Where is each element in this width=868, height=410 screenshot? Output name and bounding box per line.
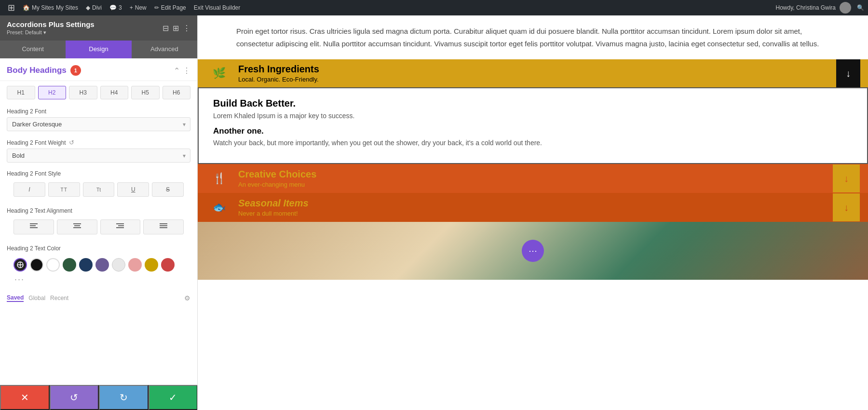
section-collapse-icon[interactable]: ⌃: [174, 66, 180, 75]
admin-bar-wp[interactable]: ⊞: [4, 0, 19, 15]
align-left-button[interactable]: [14, 219, 54, 234]
accordion-seasonal-subtitle: Never a dull moment!: [238, 210, 832, 217]
section-more-icon[interactable]: ⋮: [183, 66, 190, 75]
panel-icon-copy[interactable]: ⊟: [163, 24, 169, 33]
comment-icon: 💬: [109, 4, 117, 11]
panel-header: Accordions Plus Settings Preset: Default…: [0, 15, 197, 41]
white-swatch[interactable]: [46, 258, 60, 272]
wp-icon: ⊞: [8, 2, 15, 13]
action-bar: ✕ ↺ ↻ ✓: [0, 385, 198, 410]
align-center-button[interactable]: [57, 219, 97, 234]
panel-title: Accordions Plus Settings: [7, 20, 95, 28]
saved-label[interactable]: Saved: [7, 294, 24, 302]
font-style-group: Heading 2 Font Style I TT Tt U S: [0, 166, 197, 204]
h5-button[interactable]: H5: [131, 86, 160, 99]
accordion-fresh-toggle[interactable]: ↓: [836, 59, 860, 87]
bottom-image: ⋯: [198, 222, 868, 280]
admin-bar-new[interactable]: + New: [126, 0, 150, 15]
align-buttons-row: [7, 217, 190, 237]
h1-button[interactable]: H1: [7, 86, 35, 99]
style-underline-button[interactable]: U: [117, 182, 149, 197]
font-weight-select[interactable]: Bold: [7, 149, 190, 163]
black-swatch[interactable]: [30, 258, 43, 272]
save-button[interactable]: ✓: [149, 385, 198, 410]
svg-rect-14: [160, 227, 167, 228]
admin-search-icon[interactable]: 🔍: [857, 4, 864, 11]
cancel-button[interactable]: ✕: [0, 385, 50, 410]
h2-button[interactable]: H2: [38, 86, 67, 99]
pink-swatch[interactable]: [128, 258, 142, 272]
tab-content[interactable]: Content: [0, 41, 66, 58]
color-footer: Saved Global Recent ⚙: [0, 292, 197, 307]
align-right-button[interactable]: [100, 219, 141, 234]
recent-label[interactable]: Recent: [50, 295, 68, 301]
accordion-fresh-text1: Lorem Khaled Ipsum is a major key to suc…: [213, 112, 853, 120]
accordion-creative-header[interactable]: 🍴 Creative Choices An ever-changing menu…: [198, 164, 868, 193]
main-layout: Accordions Plus Settings Preset: Default…: [0, 15, 868, 410]
purple-swatch[interactable]: [95, 258, 109, 272]
body-text: Proin eget tortor risus. Cras ultricies …: [236, 25, 829, 50]
accordion-fresh-text2: Watch your back, but more importantly, w…: [213, 139, 853, 147]
font-select[interactable]: Darker Grotesque: [7, 117, 190, 131]
accordion-creative: 🍴 Creative Choices An ever-changing menu…: [198, 164, 868, 193]
accordion-seasonal-title: Seasonal Items: [238, 198, 832, 209]
accordion-fresh-header[interactable]: 🌿 Fresh Ingredients Local. Organic. Eco-…: [198, 59, 868, 87]
accordion-fresh-body: Build Back Better. Lorem Khaled Ipsum is…: [198, 87, 868, 164]
text-color-group: Heading 2 Text Color ···: [0, 241, 197, 292]
h6-button[interactable]: H6: [163, 86, 191, 99]
divi-icon: ◆: [86, 4, 90, 11]
font-weight-label: Heading 2 Font Weight ↺: [7, 139, 190, 146]
admin-avatar: [840, 2, 851, 14]
text-block: Proin eget tortor risus. Cras ultricies …: [198, 15, 868, 59]
navy-swatch[interactable]: [79, 258, 93, 272]
admin-bar: ⊞ 🏠 My Sites My Sites ◆ Divi 💬 3 + New ✏…: [0, 0, 868, 15]
undo-icon: ↺: [70, 392, 78, 403]
left-panel: Accordions Plus Settings Preset: Default…: [0, 15, 198, 410]
global-label[interactable]: Global: [28, 295, 45, 301]
style-strikethrough-button[interactable]: S: [152, 182, 184, 197]
accordion-seasonal-toggle[interactable]: ↓: [833, 193, 860, 221]
accordion-seasonal-title-group: Seasonal Items Never a dull moment!: [238, 198, 832, 217]
floating-action-button[interactable]: ⋯: [522, 240, 544, 262]
panel-icon-more[interactable]: ⋮: [183, 24, 190, 33]
admin-bar-comments[interactable]: 💬 3: [106, 0, 126, 15]
accordion-seasonal-header[interactable]: 🐟 Seasonal Items Never a dull moment! ↓: [198, 193, 868, 222]
tab-design[interactable]: Design: [66, 41, 131, 58]
panel-preset[interactable]: Preset: Default ▾: [7, 29, 95, 36]
lightgray-swatch[interactable]: [112, 258, 125, 272]
align-justify-button[interactable]: [143, 219, 184, 234]
admin-user-label: Howdy, Christina Gwira: [776, 4, 836, 11]
style-capitalize-button[interactable]: Tt: [83, 182, 115, 197]
section-title: Body Headings: [7, 66, 67, 75]
svg-rect-0: [30, 223, 38, 224]
admin-bar-mysites[interactable]: 🏠 My Sites My Sites: [19, 0, 82, 15]
accordion-creative-title-group: Creative Choices An ever-changing menu: [238, 169, 832, 188]
admin-bar-exitvb[interactable]: Exit Visual Builder: [190, 0, 244, 15]
section-title-row: Body Headings 1: [7, 65, 81, 76]
tab-advanced[interactable]: Advanced: [132, 41, 197, 58]
h4-button[interactable]: H4: [100, 86, 129, 99]
style-uppercase-button[interactable]: TT: [48, 182, 80, 197]
svg-rect-6: [73, 227, 81, 228]
style-italic-button[interactable]: I: [14, 182, 45, 197]
gold-swatch[interactable]: [145, 258, 158, 272]
admin-bar-editpage[interactable]: ✏ Edit Page: [150, 0, 190, 15]
red-swatch[interactable]: [161, 258, 175, 272]
redo-button[interactable]: ↻: [99, 385, 149, 410]
font-label: Heading 2 Font: [7, 108, 190, 115]
accordion-creative-toggle[interactable]: ↓: [833, 164, 860, 192]
accordion-fresh: 🌿 Fresh Ingredients Local. Organic. Eco-…: [198, 59, 868, 164]
darkgreen-swatch[interactable]: [63, 258, 76, 272]
svg-rect-9: [118, 225, 124, 226]
font-weight-reset-icon[interactable]: ↺: [69, 139, 74, 146]
h3-button[interactable]: H3: [69, 86, 97, 99]
redo-icon: ↻: [120, 392, 128, 403]
more-colors-icon[interactable]: ···: [14, 274, 25, 285]
section-header: Body Headings 1 ⌃ ⋮: [0, 58, 197, 81]
content-inner: Proin eget tortor risus. Cras ultricies …: [198, 15, 868, 410]
eyedropper-swatch[interactable]: [14, 258, 27, 272]
admin-bar-divi[interactable]: ◆ Divi: [82, 0, 106, 15]
undo-button[interactable]: ↺: [50, 385, 99, 410]
color-settings-gear-icon[interactable]: ⚙: [184, 294, 190, 302]
panel-icon-layout[interactable]: ⊞: [173, 24, 179, 33]
